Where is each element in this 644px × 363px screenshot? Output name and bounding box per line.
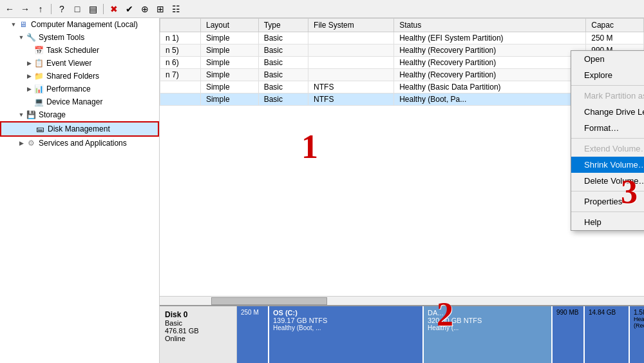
cell-fs xyxy=(308,69,394,81)
annotation-arrow-1: 1 xyxy=(301,128,318,166)
disk0-type: Basic xyxy=(165,319,231,327)
cell-fs: NTFS xyxy=(308,81,394,93)
sidebar-item-task-scheduler[interactable]: 📅 Task Scheduler xyxy=(0,44,159,57)
cell-vol: n 6) xyxy=(160,57,201,69)
context-menu-item-mark-active: Mark Partition as Active xyxy=(571,88,644,104)
rec3-status: Healthy (Rec... xyxy=(634,316,644,329)
boot-size: 250 M xyxy=(241,309,264,316)
cell-type: Basic xyxy=(258,44,308,57)
sidebar-label-device-manager: Device Manager xyxy=(46,97,102,106)
device-manager-icon: 💻 xyxy=(33,97,44,107)
partition-rec1[interactable]: 990 MB xyxy=(553,306,585,363)
content-area: Layout Type File System Status Capac n 1… xyxy=(160,18,644,363)
table-row[interactable]: n 1) Simple Basic Healthy (EFI System Pa… xyxy=(160,32,644,44)
disk0-label: Disk 0 Basic 476.81 GB Online xyxy=(160,306,237,363)
context-menu-item-explore[interactable]: Explore xyxy=(571,67,644,83)
sidebar-label-system-tools: System Tools xyxy=(39,33,84,42)
col-header-status: Status xyxy=(394,19,586,32)
expand-arrow: ▼ xyxy=(18,34,24,41)
delete-button[interactable]: ✖ xyxy=(107,2,121,16)
up-button[interactable]: ↑ xyxy=(33,2,48,16)
context-menu-item-format[interactable]: Format… xyxy=(571,120,644,136)
os-size: 139.17 GB NTFS xyxy=(273,317,419,324)
context-menu-item-extend: Extend Volume… xyxy=(571,141,644,157)
cell-status: Healthy (Recovery Partition) xyxy=(394,57,586,69)
disk0-name: Disk 0 xyxy=(165,310,231,319)
add-button[interactable]: ⊕ xyxy=(138,2,152,16)
context-menu-separator xyxy=(571,211,644,212)
cell-fs xyxy=(308,32,394,44)
cell-layout: Simple xyxy=(200,32,258,44)
sidebar-item-performance[interactable]: ▶ 📊 Performance xyxy=(0,83,159,95)
check-button[interactable]: ✔ xyxy=(122,2,137,16)
horizontal-scrollbar[interactable] xyxy=(160,296,644,305)
col-header-vol xyxy=(160,19,201,32)
disk-mgmt-icon: 🖴 xyxy=(35,124,45,134)
expand-button[interactable]: ⊞ xyxy=(153,2,167,16)
cell-status: Healthy (EFI System Partition) xyxy=(394,32,586,44)
performance-icon: 📊 xyxy=(33,84,44,94)
cell-layout: Simple xyxy=(200,81,258,93)
context-menu-item-help[interactable]: Help xyxy=(571,214,644,230)
sidebar-label-performance: Performance xyxy=(46,84,91,93)
sidebar-item-disk-management[interactable]: 🖴 Disk Management xyxy=(0,121,159,137)
view-button[interactable]: ▤ xyxy=(86,2,100,16)
sidebar-label-shared-folders: Shared Folders xyxy=(46,72,99,81)
os-label: OS (C:) xyxy=(273,309,419,317)
toolbar: ← → ↑ ? □ ▤ ✖ ✔ ⊕ ⊞ ☷ xyxy=(0,0,644,18)
help-button[interactable]: ? xyxy=(55,2,69,16)
log-icon: 📋 xyxy=(33,58,44,68)
partition-rec3[interactable]: 1.58 GB Healthy (Rec... xyxy=(630,306,644,363)
cell-type: Basic xyxy=(258,81,308,93)
expand-arrow: ▶ xyxy=(26,73,32,79)
cell-type: Basic xyxy=(258,93,308,106)
cell-vol: n 5) xyxy=(160,44,201,57)
partition-rec2[interactable]: 14.84 GB xyxy=(585,306,630,363)
sidebar-label-services-apps: Services and Applications xyxy=(39,139,127,148)
cell-fs xyxy=(308,57,394,69)
cell-fs: NTFS xyxy=(308,93,394,106)
forward-button[interactable]: → xyxy=(18,2,32,16)
cell-status: Healthy (Recovery Partition) xyxy=(394,69,586,81)
sidebar-item-computer-management[interactable]: ▼ 🖥 Computer Management (Local) xyxy=(0,18,159,31)
tools-icon: 🔧 xyxy=(26,32,36,43)
sidebar-item-system-tools[interactable]: ▼ 🔧 System Tools xyxy=(0,31,159,44)
new-window-button[interactable]: □ xyxy=(70,2,84,16)
sidebar-item-shared-folders[interactable]: ▶ 📁 Shared Folders xyxy=(0,70,159,83)
context-menu-item-shrink[interactable]: Shrink Volume… xyxy=(571,157,644,173)
cell-status: Healthy (Basic Data Partition) xyxy=(394,81,586,93)
cell-type: Basic xyxy=(258,57,308,69)
sidebar-item-services-apps[interactable]: ▶ ⚙ Services and Applications xyxy=(0,137,159,150)
main-container: ▼ 🖥 Computer Management (Local) ▼ 🔧 Syst… xyxy=(0,18,644,363)
cell-vol: n 7) xyxy=(160,69,201,81)
partition-os[interactable]: OS (C:) 139.17 GB NTFS Healthy (Boot, ..… xyxy=(269,306,424,363)
expand-arrow: ▶ xyxy=(18,140,24,146)
sidebar-item-event-viewer[interactable]: ▶ 📋 Event Viewer xyxy=(0,57,159,70)
expand-arrow xyxy=(26,47,32,54)
sidebar-label-disk-management: Disk Management xyxy=(48,124,110,133)
cell-capacity: 250 M xyxy=(586,32,644,44)
expand-arrow: ▶ xyxy=(26,60,32,66)
cell-layout: Simple xyxy=(200,57,258,69)
cell-status: Healthy (Recovery Partition) xyxy=(394,44,586,57)
sidebar-item-storage[interactable]: ▼ 💾 Storage xyxy=(0,108,159,121)
list-button[interactable]: ☷ xyxy=(169,2,183,16)
services-icon: ⚙ xyxy=(26,138,36,148)
sidebar-item-device-manager[interactable]: 💻 Device Manager xyxy=(0,95,159,108)
rec2-size: 14.84 GB xyxy=(589,309,625,316)
context-menu-item-open[interactable]: Open xyxy=(571,51,644,67)
context-menu-separator xyxy=(571,138,644,139)
context-menu-item-change-drive[interactable]: Change Drive Letter and Paths… xyxy=(571,104,644,120)
back-button[interactable]: ← xyxy=(3,2,17,16)
expand-arrow xyxy=(26,99,32,105)
disk0-status: Online xyxy=(165,335,231,342)
cell-vol xyxy=(160,81,201,93)
scrollbar-thumb[interactable] xyxy=(211,297,327,305)
annotation-arrow-2: 2 xyxy=(437,295,453,333)
col-header-capacity: Capac xyxy=(586,19,644,32)
sidebar: ▼ 🖥 Computer Management (Local) ▼ 🔧 Syst… xyxy=(0,18,160,363)
disk0-size: 476.81 GB xyxy=(165,327,231,335)
folder-icon: 📁 xyxy=(33,71,44,81)
partition-boot[interactable]: 250 M xyxy=(237,306,269,363)
cell-layout: Simple xyxy=(200,44,258,57)
